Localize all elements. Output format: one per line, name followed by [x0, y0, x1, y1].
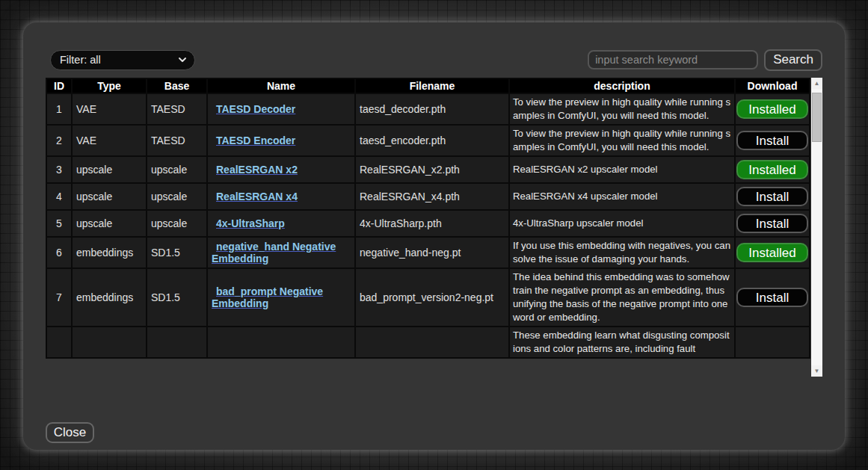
- cell-download: Install: [736, 211, 809, 236]
- toolbar: Filter: all Search: [46, 49, 822, 70]
- cell-description: To view the preview in high quality whil…: [510, 126, 734, 155]
- cell-name: TAESD Decoder: [208, 94, 354, 124]
- cell-name: RealESRGAN x4: [208, 184, 354, 209]
- cell-filename: [356, 327, 508, 357]
- cell-download: Installed: [736, 94, 809, 124]
- filter-select[interactable]: Filter: all: [50, 50, 195, 70]
- cell-name: RealESRGAN x2: [208, 157, 354, 182]
- column-header-description: description: [510, 79, 734, 93]
- scrollbar-thumb[interactable]: [812, 93, 822, 142]
- table-header-row: ID Type Base Name Filename description D…: [47, 79, 809, 93]
- cell-filename: RealESRGAN_x4.pth: [356, 184, 508, 209]
- cell-id: 6: [47, 238, 71, 268]
- table-row: These embedding learn what disgusting co…: [47, 327, 809, 357]
- table-row: 6 embeddings SD1.5 negative_hand Negativ…: [47, 238, 809, 268]
- cell-type: upscale: [73, 184, 146, 209]
- cell-download: [736, 327, 809, 357]
- cell-base: SD1.5: [147, 238, 206, 268]
- cell-id: 3: [47, 157, 71, 182]
- cell-filename: taesd_encoder.pth: [356, 126, 508, 155]
- close-button[interactable]: Close: [46, 422, 94, 443]
- model-name-link[interactable]: RealESRGAN x2: [212, 164, 298, 176]
- installed-button[interactable]: Installed: [736, 160, 808, 179]
- chevron-down-icon: [178, 55, 187, 64]
- model-table-viewport: ID Type Base Name Filename description D…: [46, 78, 811, 377]
- install-button[interactable]: Install: [736, 187, 808, 206]
- column-header-download: Download: [736, 79, 809, 93]
- cell-description: These embedding learn what disgusting co…: [510, 327, 734, 357]
- column-header-id: ID: [47, 79, 71, 93]
- cell-name: TAESD Encoder: [208, 126, 354, 155]
- cell-description: If you use this embedding with negatives…: [510, 238, 734, 268]
- cell-base: upscale: [147, 157, 206, 182]
- model-manager-dialog: Filter: all Search ID Type Base: [23, 22, 845, 450]
- cell-description: RealESRGAN x4 upscaler model: [510, 184, 734, 209]
- table-row: 4 upscale upscale RealESRGAN x4 RealESRG…: [47, 184, 809, 209]
- model-name-link[interactable]: TAESD Decoder: [212, 103, 295, 115]
- cell-filename: taesd_decoder.pth: [356, 94, 508, 124]
- cell-base: upscale: [147, 184, 206, 209]
- installed-button[interactable]: Installed: [736, 99, 808, 119]
- cell-download: Install: [736, 184, 809, 209]
- installed-button[interactable]: Installed: [736, 243, 808, 262]
- filter-select-value: Filter: all: [60, 54, 178, 66]
- column-header-name: Name: [208, 79, 354, 93]
- model-name-link[interactable]: negative_hand Negative Embedding: [212, 241, 351, 265]
- model-table: ID Type Base Name Filename description D…: [46, 78, 810, 359]
- cell-download: Install: [736, 126, 809, 155]
- column-header-type: Type: [73, 79, 146, 93]
- cell-name: [208, 327, 354, 357]
- cell-filename: RealESRGAN_x2.pth: [356, 157, 508, 182]
- cell-description: The idea behind this embedding was to so…: [510, 269, 734, 326]
- cell-type: embeddings: [73, 238, 146, 268]
- scrollbar-down-button[interactable]: ▼: [811, 365, 822, 377]
- install-button[interactable]: Install: [736, 214, 808, 233]
- cell-id: 1: [47, 94, 71, 124]
- scrollbar[interactable]: ▲ ▼: [811, 78, 822, 377]
- cell-id: 5: [47, 211, 71, 236]
- cell-description: RealESRGAN x2 upscaler model: [510, 157, 734, 182]
- cell-id: 7: [47, 269, 71, 326]
- cell-filename: 4x-UltraSharp.pth: [356, 211, 508, 236]
- scrollbar-up-button[interactable]: ▲: [811, 78, 822, 89]
- install-button[interactable]: Install: [736, 288, 808, 307]
- cell-type: [73, 327, 146, 357]
- cell-description: To view the preview in high quality whil…: [510, 94, 734, 124]
- table-row: 3 upscale upscale RealESRGAN x2 RealESRG…: [47, 157, 809, 182]
- cell-download: Installed: [736, 238, 809, 268]
- cell-type: embeddings: [73, 269, 146, 326]
- cell-id: 4: [47, 184, 71, 209]
- cell-type: VAE: [73, 94, 146, 124]
- table-row: 5 upscale upscale 4x-UltraSharp 4x-Ultra…: [47, 211, 809, 236]
- cell-description: 4x-UltraSharp upscaler model: [510, 211, 734, 236]
- cell-id: [47, 327, 71, 357]
- search-input[interactable]: [588, 50, 758, 69]
- table-zone: ID Type Base Name Filename description D…: [46, 78, 822, 377]
- table-row: 2 VAE TAESD TAESD Encoder taesd_encoder.…: [47, 126, 809, 155]
- install-button[interactable]: Install: [736, 131, 808, 150]
- model-name-link[interactable]: TAESD Encoder: [212, 134, 295, 146]
- cell-base: upscale: [147, 211, 206, 236]
- cell-download: Install: [736, 269, 809, 326]
- table-row: 1 VAE TAESD TAESD Decoder taesd_decoder.…: [47, 94, 809, 124]
- cell-name: 4x-UltraSharp: [208, 211, 354, 236]
- cell-id: 2: [47, 126, 71, 155]
- model-name-link[interactable]: bad_prompt Negative Embedding: [212, 285, 351, 309]
- column-header-filename: Filename: [356, 79, 508, 93]
- model-name-link[interactable]: RealESRGAN x4: [212, 191, 298, 202]
- table-row: 7 embeddings SD1.5 bad_prompt Negative E…: [47, 269, 809, 326]
- search-button[interactable]: Search: [764, 49, 822, 71]
- model-name-link[interactable]: 4x-UltraSharp: [212, 217, 285, 229]
- cell-type: upscale: [73, 157, 146, 182]
- cell-name: negative_hand Negative Embedding: [208, 238, 354, 268]
- cell-filename: negative_hand-neg.pt: [356, 238, 508, 268]
- cell-base: TAESD: [147, 126, 206, 155]
- cell-type: VAE: [73, 126, 146, 155]
- cell-base: [147, 327, 206, 357]
- cell-base: SD1.5: [147, 269, 206, 326]
- cell-filename: bad_prompt_version2-neg.pt: [356, 269, 508, 326]
- column-header-base: Base: [147, 79, 206, 93]
- cell-base: TAESD: [147, 94, 206, 124]
- cell-name: bad_prompt Negative Embedding: [208, 269, 354, 326]
- cell-type: upscale: [73, 211, 146, 236]
